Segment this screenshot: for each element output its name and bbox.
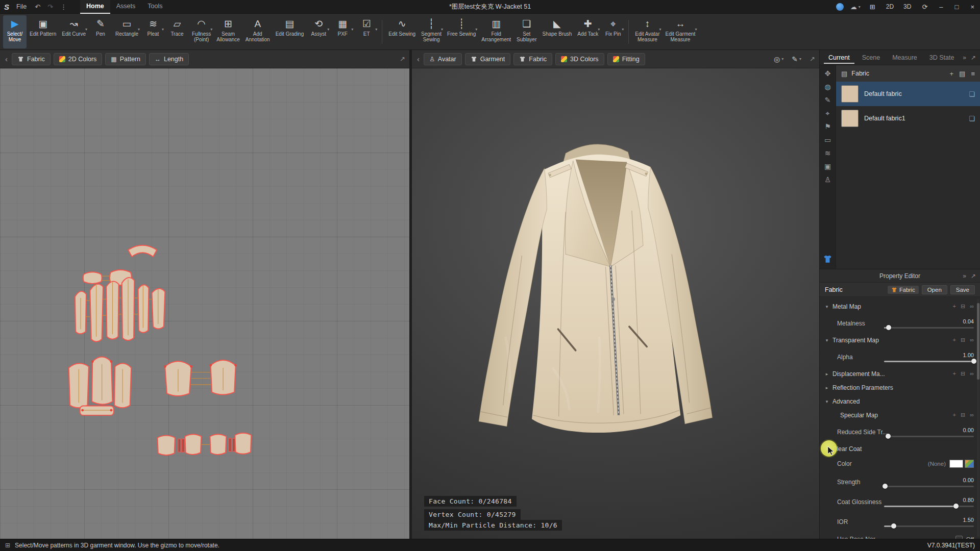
close-button[interactable]: ×	[968, 3, 977, 11]
center-tab-fitting[interactable]: Fitting	[607, 53, 645, 65]
section-displacement-ma[interactable]: ▸Displacement Ma...+⊟∞	[824, 367, 974, 381]
checkbox[interactable]	[955, 536, 963, 539]
left-tab-pattern[interactable]: ▦Pattern	[105, 53, 146, 65]
section-specular-map[interactable]: ▸Specular Map+⊟∞	[824, 408, 974, 422]
slider-track[interactable]	[888, 436, 974, 437]
link-map-icon[interactable]: ∞	[970, 370, 974, 377]
section-metal-map[interactable]: ▾Metal Map+⊟∞	[824, 299, 974, 313]
package-icon[interactable]: ▣	[824, 163, 831, 170]
tool-assyst[interactable]: ⟲▾Assyst	[307, 15, 330, 48]
status-grid-icon[interactable]: ⊞	[5, 542, 10, 549]
tool-fold-arrangement[interactable]: ▥Fold Arrangement	[479, 15, 513, 48]
maximize-button[interactable]: □	[952, 3, 962, 11]
dropdown-caret-icon[interactable]: ▾	[210, 27, 212, 32]
delete-map-icon[interactable]: ⊟	[961, 370, 965, 377]
tool-set-sublayer[interactable]: ❏Set Sublayer	[514, 15, 539, 48]
menu-tab-tools[interactable]: Tools	[141, 0, 168, 14]
dropdown-caret-icon[interactable]: ▾	[351, 27, 353, 32]
property-scrollbar[interactable]	[977, 299, 979, 537]
tool-edit-pattern[interactable]: ▣Edit Pattern	[27, 15, 59, 48]
dropdown-caret-icon[interactable]: ▾	[162, 27, 164, 32]
tool-select-move[interactable]: ▶Select/ Move	[3, 15, 27, 48]
color-swatch[interactable]	[949, 460, 963, 468]
chevron-down-icon[interactable]: ▾	[824, 304, 829, 309]
expand-center-panel-icon[interactable]: ↗	[810, 55, 815, 63]
fabric-item-default-fabric[interactable]: Default fabric❏	[836, 82, 980, 106]
dropdown-caret-icon[interactable]: ▾	[441, 27, 443, 32]
menu-view-icon[interactable]: ≡	[971, 70, 975, 78]
menu-tab-home[interactable]: Home	[80, 0, 110, 14]
sidebar-tab-scene[interactable]: Scene	[857, 52, 885, 64]
tool-fix-pin[interactable]: ⌖▾Fix Pin	[601, 15, 625, 48]
gizmo-icon[interactable]: ✥	[825, 70, 831, 77]
undo-icon[interactable]: ↶	[34, 3, 41, 11]
dropdown-caret-icon[interactable]: ▾	[695, 27, 697, 32]
add-map-icon[interactable]: +	[953, 303, 956, 310]
tool-pxf[interactable]: ▦▾PXF	[331, 15, 354, 48]
slider-handle[interactable]	[891, 523, 896, 529]
tool-edit-garment-measure[interactable]: ↔▾Edit Garment Measure	[663, 15, 698, 48]
more-tabs-icon[interactable]: »	[963, 54, 966, 61]
expand-sidebar-icon[interactable]: ↗	[971, 54, 976, 61]
expand-left-panel-icon[interactable]: ↗	[400, 55, 405, 63]
slider-track[interactable]	[884, 361, 974, 362]
tool-seam-allowance[interactable]: ⊞Seam Allowance	[214, 15, 242, 48]
slider-track[interactable]	[884, 525, 974, 527]
stylus-icon[interactable]: ✎	[825, 96, 831, 104]
dropdown-caret-icon[interactable]: ▾	[138, 27, 140, 32]
draw-style-button[interactable]: ✎▾	[792, 55, 801, 63]
cloud-sync-button[interactable]: ☁▾	[850, 3, 861, 11]
delete-map-icon[interactable]: ⊟	[961, 337, 965, 343]
layers-icon[interactable]: ❏	[969, 90, 975, 98]
left-tab-length[interactable]: ↔Length	[149, 53, 189, 65]
tool-rectangle[interactable]: ▭▾Rectangle	[113, 15, 141, 48]
center-tab-3d-colors[interactable]: 3D Colors	[555, 53, 604, 65]
fabric-item-default-fabric1[interactable]: Default fabric1❏	[836, 106, 980, 131]
dropdown-caret-icon[interactable]: ▾	[475, 27, 477, 32]
slider-handle[interactable]	[886, 325, 891, 330]
center-tab-avatar[interactable]: ♙Avatar	[424, 53, 462, 65]
tool-edit-sewing[interactable]: ∿Edit Sewing	[386, 15, 418, 48]
slider-handle[interactable]	[883, 484, 888, 489]
sidebar-tab-3d-state[interactable]: 3D State	[925, 52, 959, 64]
garment-shirt-icon[interactable]	[823, 254, 832, 264]
minimize-button[interactable]: –	[937, 3, 945, 11]
texture-swatch-icon[interactable]	[965, 460, 974, 468]
dropdown-caret-icon[interactable]: ▾	[622, 27, 624, 32]
tool-free-sewing[interactable]: ┊▾Free Sewing	[445, 15, 478, 48]
collapse-editor-icon[interactable]: »	[963, 272, 966, 280]
redo-icon[interactable]: ↷	[46, 3, 54, 11]
dropdown-caret-icon[interactable]: ▾	[659, 27, 661, 32]
slider-track[interactable]	[884, 327, 974, 329]
slider-handle[interactable]	[886, 434, 891, 439]
tool-edit-curve[interactable]: ↝▾Edit Curve	[59, 15, 88, 48]
add-fabric-icon[interactable]: +	[950, 70, 954, 78]
render-mode-button[interactable]: ◎▾	[774, 55, 783, 63]
tool-add-annotation[interactable]: AAdd Annotation	[243, 15, 273, 48]
slider-track[interactable]	[884, 506, 974, 507]
account-icon[interactable]	[836, 3, 844, 11]
dropdown-caret-icon[interactable]: ▾	[85, 27, 87, 32]
tool-edit-avatar-measure[interactable]: ↕▾Edit Avatar Measure	[632, 15, 662, 48]
tool-add-tack[interactable]: ✚▾Add Tack	[575, 15, 601, 48]
delete-map-icon[interactable]: ⊟	[961, 303, 965, 310]
expand-editor-icon[interactable]: ↗	[971, 272, 976, 280]
sidebar-tab-current[interactable]: Current	[824, 52, 854, 64]
center-tab-garment[interactable]: Garment	[465, 53, 511, 65]
add-map-icon[interactable]: +	[953, 412, 956, 418]
pin-icon[interactable]: ⌖	[826, 110, 830, 117]
left-tab-2d-colors[interactable]: 2D Colors	[54, 53, 103, 65]
menu-tab-assets[interactable]: Assets	[110, 0, 142, 14]
collapse-center-panel-icon[interactable]: ‹	[416, 55, 421, 63]
section-transparent-map[interactable]: ▾Transparent Map+⊟∞	[824, 333, 974, 347]
dropdown-caret-icon[interactable]: ▾	[327, 27, 329, 32]
layers-icon[interactable]: ❏	[969, 115, 975, 122]
tool-shape-brush[interactable]: ◣Shape Brush	[540, 15, 575, 48]
file-menu[interactable]: File	[14, 3, 29, 10]
section-clear-coat[interactable]: ▾Clear Coat	[824, 442, 974, 456]
section-reflection-parameters[interactable]: ▸Reflection Parameters	[824, 381, 974, 394]
tool-segment-sewing[interactable]: ┆▾Segment Sewing	[419, 15, 444, 48]
add-map-icon[interactable]: +	[953, 337, 956, 343]
link-map-icon[interactable]: ∞	[970, 412, 974, 418]
slider-handle[interactable]	[971, 359, 976, 364]
